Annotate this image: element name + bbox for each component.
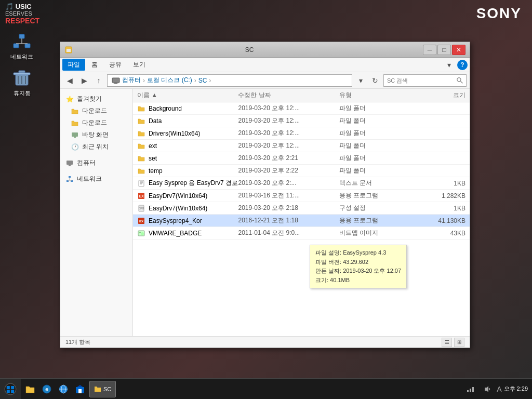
svg-rect-58 xyxy=(472,387,474,392)
tooltip-line4: 크기: 40.1MB xyxy=(315,276,401,285)
close-button[interactable]: ✕ xyxy=(452,45,466,55)
table-row[interactable]: Background 2019-03-20 오후 12:... 파일 폴더 xyxy=(133,102,470,115)
menu-expand-btn[interactable]: ▾ xyxy=(443,59,455,71)
exe-icon-row2: EX xyxy=(137,217,145,225)
svg-text:CFG: CFG xyxy=(139,207,144,210)
store-taskbar-icon xyxy=(75,384,85,394)
computer-path-icon xyxy=(112,76,120,85)
folder-icon-row xyxy=(137,154,145,163)
svg-point-43 xyxy=(5,383,16,395)
menu-file[interactable]: 파일 xyxy=(62,59,85,71)
cfg-icon-row: CFG xyxy=(137,204,145,212)
path-drive[interactable]: 로컬 디스크 (C:) xyxy=(147,76,192,85)
folder-icon2 xyxy=(71,119,79,127)
system-tray: A 오후 2:29 xyxy=(463,382,532,396)
tray-icon-2[interactable] xyxy=(480,382,495,396)
start-button[interactable] xyxy=(0,379,21,400)
time-display: 오후 2:29 xyxy=(504,385,528,393)
explorer-taskbar-icon xyxy=(94,385,101,393)
address-path[interactable]: 컴퓨터 › 로컬 디스크 (C:) › SC › xyxy=(107,74,352,87)
taskbar-icon-4[interactable] xyxy=(73,382,87,396)
file-type: 응용 프로그램 xyxy=(339,216,415,225)
file-type: 구성 설정 xyxy=(339,204,415,212)
header-name[interactable]: 이름 ▲ xyxy=(137,91,238,100)
table-row[interactable]: Drivers(Win10x64) 2019-03-20 오후 12:... 파… xyxy=(133,127,470,140)
back-button[interactable]: ◀ xyxy=(63,74,76,87)
table-row[interactable]: EX EasyDrv7(Win10x64) 2019-03-16 오전 11:.… xyxy=(133,190,470,202)
table-row[interactable]: VMWARE_BADGE 2011-01-04 오전 9:0... 비트맵 이미… xyxy=(133,227,470,240)
network-label: 네트워크 xyxy=(10,53,33,61)
path-dropdown[interactable]: ▾ xyxy=(354,74,367,87)
table-row[interactable]: EX EasySysprep4_Kor 2016-12-21 오전 1:18 응… xyxy=(133,215,470,227)
minimize-button[interactable]: ─ xyxy=(423,45,436,55)
tray-ime-icon[interactable]: A xyxy=(497,385,501,393)
network-desktop-icon[interactable]: 네트워크 xyxy=(5,31,38,61)
sidebar-item-recent[interactable]: 🕐 최근 위치 xyxy=(60,141,132,153)
header-type[interactable]: 유형 xyxy=(339,91,415,100)
table-row[interactable]: CFG EasyDrv7(Win10x64) 2019-03-20 오후 2:1… xyxy=(133,202,470,215)
file-name: VMWARE_BADGE xyxy=(149,230,202,237)
sidebar: ⭐ 즐겨찾기 다운로드 다운로드 xyxy=(60,89,133,336)
file-size: 1KB xyxy=(415,180,466,187)
file-name: EasyDrv7(Win10x64) xyxy=(149,192,207,200)
maximize-button[interactable]: □ xyxy=(437,45,451,55)
content-area: ⭐ 즐겨찾기 다운로드 다운로드 xyxy=(60,89,470,336)
search-icon xyxy=(457,77,463,84)
sidebar-item-desktop[interactable]: 바탕 화면 xyxy=(60,129,132,141)
sidebar-item-computer[interactable]: 컴퓨터 xyxy=(60,157,132,169)
table-row[interactable]: Easy Sysprep 용 EasyDrv7 경로 2019-03-20 오후… xyxy=(133,177,470,190)
table-row[interactable]: set 2019-03-20 오후 2:21 파일 폴더 xyxy=(133,152,470,165)
path-computer[interactable]: 컴퓨터 xyxy=(122,76,141,85)
window-controls: ─ □ ✕ xyxy=(423,45,466,55)
computer-icon xyxy=(65,159,74,167)
grid-view-button[interactable]: ⊞ xyxy=(454,338,464,347)
table-row[interactable]: temp 2019-03-20 오후 2:22 파일 폴더 xyxy=(133,165,470,177)
menu-view[interactable]: 보기 xyxy=(128,59,151,71)
sidebar-item-favorites[interactable]: ⭐ 즐겨찾기 xyxy=(60,93,132,105)
up-button[interactable]: ↑ xyxy=(92,74,105,87)
svg-rect-7 xyxy=(14,73,30,75)
tooltip-line3: 만든 날짜: 2019-03-20 오후 12:07 xyxy=(315,267,401,276)
search-input[interactable] xyxy=(387,77,455,84)
file-size: 1,282KB xyxy=(415,192,466,200)
file-type: 텍스트 문서 xyxy=(339,179,415,188)
taskbar-icon-3[interactable] xyxy=(56,382,71,396)
help-button[interactable]: ? xyxy=(457,60,468,70)
file-date: 2019-03-20 오후 2:... xyxy=(238,179,339,188)
txt-icon-row xyxy=(137,179,145,188)
file-type: 파일 폴더 xyxy=(339,104,415,113)
sidebar-item-download2[interactable]: 다운로드 xyxy=(60,117,132,129)
menu-share[interactable]: 공유 xyxy=(104,59,127,71)
tooltip-line1: 파일 설명: EasySysprep 4.3 xyxy=(315,248,401,258)
recycle-desktop-icon[interactable]: 휴지통 xyxy=(5,68,38,97)
file-name: set xyxy=(149,155,157,162)
menu-home[interactable]: 홈 xyxy=(86,59,103,71)
header-size[interactable]: 크기 xyxy=(415,91,466,100)
svg-rect-45 xyxy=(11,386,14,389)
table-row[interactable]: Data 2019-03-20 오후 12:... 파일 폴더 xyxy=(133,115,470,127)
sony-logo: SONY xyxy=(476,5,522,22)
sidebar-item-download1[interactable]: 다운로드 xyxy=(60,105,132,117)
svg-rect-2 xyxy=(25,44,30,48)
taskbar-window-label: SC xyxy=(103,386,111,392)
music-branding: 🎵 USIC ESERVES RESPECT xyxy=(5,3,39,25)
sidebar-item-network[interactable]: 네트워크 xyxy=(60,173,132,185)
tray-network-icon xyxy=(467,385,475,393)
taskbar-window-sc[interactable]: SC xyxy=(89,381,116,397)
file-type: 파일 폴더 xyxy=(339,116,415,125)
table-row[interactable]: ext 2019-03-20 오후 12:... 파일 폴더 xyxy=(133,140,470,152)
taskbar-icon-1[interactable] xyxy=(23,382,37,396)
menu-right-area: ▾ ? xyxy=(443,59,468,71)
file-date: 2011-01-04 오전 9:0... xyxy=(238,229,339,237)
svg-rect-0 xyxy=(19,34,24,38)
refresh-button[interactable]: ↻ xyxy=(369,74,381,87)
bmp-icon-row xyxy=(137,229,145,237)
path-sc[interactable]: SC xyxy=(198,77,207,84)
header-date[interactable]: 수정한 날짜 xyxy=(238,91,339,100)
taskbar-icon-2[interactable]: e xyxy=(39,382,54,396)
detail-view-button[interactable]: ☰ xyxy=(442,338,452,347)
file-name: EasyDrv7(Win10x64) xyxy=(149,205,207,212)
network-icon xyxy=(11,31,32,52)
forward-button[interactable]: ▶ xyxy=(78,74,90,87)
tray-icon-1[interactable] xyxy=(463,382,478,396)
